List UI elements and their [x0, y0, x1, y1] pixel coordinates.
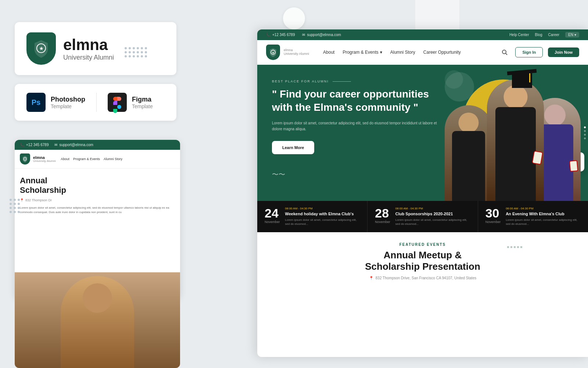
- nav-programs[interactable]: Program & Events ▾: [343, 50, 382, 55]
- mini-brand: elmna University Alumni: [33, 155, 55, 163]
- event-item-3: 30 November 08:00 AM - 04:30 PM An Eveni…: [478, 201, 588, 232]
- grad-center: [487, 79, 544, 201]
- nav-actions: Sign In Join Now: [499, 47, 579, 58]
- hero-side-dots: [584, 127, 586, 139]
- template-divider: [96, 93, 97, 112]
- phone-item: 📞 +12 345 6789: [266, 33, 295, 37]
- hero-section: 〜〜 BEST PLACE FOR ALUMNI " Find your car…: [257, 65, 588, 201]
- event-2-day: 28: [375, 207, 390, 219]
- hero-dot-4[interactable]: [584, 138, 586, 139]
- event-item-2: 28 November 08:00 AM - 04:30 PM Club Spo…: [368, 201, 478, 232]
- event-3-title: An Evening With Elmna's Club: [506, 211, 581, 216]
- blog-link[interactable]: Blog: [535, 33, 542, 37]
- event-3-desc: Lorem ipsum dolor sit amet, consectetur …: [506, 218, 581, 226]
- nav-shield-icon: ★: [266, 45, 280, 60]
- mini-content: AnnualScholarship 📍 832 Thompson Dr Lore…: [15, 169, 180, 226]
- featured-label: FEATURED EVENTS: [272, 243, 573, 247]
- logo-section: ★ elmna University Alumni: [15, 22, 176, 75]
- utility-bar-right: Help Center Blog Career EN ▾: [509, 32, 579, 38]
- nav-logo: ★ elmna University Alumni: [266, 45, 309, 60]
- mini-topbar: 📞 +12 345 6789 ✉ support@elmna.com: [15, 140, 180, 150]
- event-item-1: 24 November 08:00 AM - 04:30 PM Weekend …: [257, 201, 368, 232]
- event-1-details: 08:00 AM - 04:30 PM Weekend holiday with…: [285, 207, 360, 226]
- event-1-desc: Lorem ipsum dolor sit amet, consectetur …: [285, 218, 360, 226]
- sign-in-button[interactable]: Sign In: [515, 47, 543, 57]
- event-3-details: 08:00 AM - 04:30 PM An Evening With Elmn…: [506, 207, 581, 226]
- event-1-day: 24: [265, 207, 280, 219]
- mini-nav: elmna University Alumni About Program & …: [15, 150, 180, 169]
- figma-icon: [108, 93, 127, 112]
- main-browser: 📞 +12 345 6789 ✉ support@elmna.com Help …: [257, 29, 588, 357]
- join-now-button[interactable]: Join Now: [548, 47, 579, 57]
- search-button[interactable]: [499, 47, 510, 58]
- dots-decoration: [125, 47, 147, 57]
- career-link[interactable]: Career: [548, 33, 560, 37]
- ps-label: Photoshop: [51, 96, 85, 103]
- ps-sublabel: Template: [51, 103, 85, 109]
- main-nav: ★ elmna University Alumni About Program …: [257, 40, 588, 65]
- figma-sublabel: Template: [132, 103, 153, 109]
- event-2-desc: Lorem ipsum dolor sit amet, consectetur …: [395, 218, 470, 226]
- svg-point-5: [502, 50, 506, 54]
- utility-bar: 📞 +12 345 6789 ✉ support@elmna.com Help …: [257, 29, 588, 40]
- hero-description: Lorem ipsum dolor sit amet, consectetur …: [272, 120, 441, 132]
- nav-links: About Program & Events ▾ Alumni Story Ca…: [323, 50, 489, 55]
- utility-bar-left: 📞 +12 345 6789 ✉ support@elmna.com: [266, 33, 341, 37]
- hero-title: " Find your career opportunities with th…: [272, 88, 441, 114]
- mini-nav-links: About Program & Events Alumni Story: [61, 157, 122, 161]
- photoshop-template: Ps Photoshop Template: [26, 93, 85, 112]
- mini-logo: elmna University Alumni: [20, 153, 55, 164]
- templates-section: Ps Photoshop Template Figma Template: [15, 84, 176, 121]
- person-photo: [15, 272, 180, 368]
- email-item: ✉ support@elmna.com: [302, 33, 341, 37]
- nav-brand-text: elmna University Alumni: [284, 49, 309, 56]
- featured-address: 📍 832 Thompson Drive, San Francisco CA 9…: [272, 276, 573, 280]
- help-center-link[interactable]: Help Center: [509, 33, 529, 37]
- mini-body: Lorem ipsum dolor sit amet, consectetur …: [20, 206, 175, 215]
- wave-icon: 〜〜: [272, 170, 285, 179]
- event-1-time: 08:00 AM - 04:30 PM: [285, 207, 360, 210]
- dots-left: [10, 199, 20, 213]
- logo-text: elmna University Alumni: [63, 36, 114, 61]
- event-2-details: 08:00 AM - 04:30 PM Club Sponsorships 20…: [395, 207, 470, 226]
- left-panel: ★ elmna University Alumni Ps Photoshop T…: [15, 22, 176, 130]
- location-icon: 📍: [369, 276, 373, 280]
- featured-dots: [507, 246, 522, 248]
- deco-circle-top: [283, 7, 305, 29]
- event-3-day: 30: [485, 207, 501, 219]
- featured-section: FEATURED EVENTS Annual Meetup & Scholars…: [257, 232, 588, 287]
- nav-alumni[interactable]: Alumni Story: [390, 50, 415, 55]
- nav-about[interactable]: About: [323, 50, 334, 55]
- event-3-month: November: [485, 220, 501, 224]
- event-2-month: November: [375, 220, 390, 224]
- hero-dot-3[interactable]: [584, 134, 586, 136]
- nav-career[interactable]: Career Oppurtunity: [423, 50, 461, 55]
- person-head: [83, 283, 112, 313]
- hero-eyebrow: BEST PLACE FOR ALUMNI: [272, 79, 441, 83]
- hero-content: BEST PLACE FOR ALUMNI " Find your career…: [272, 79, 441, 154]
- grad-hat: [507, 70, 537, 82]
- event-1-month: November: [265, 220, 280, 224]
- event-1-title: Weekend holiday with Elmna Club's: [285, 211, 360, 216]
- featured-title: Annual Meetup & Scholarship Presentation: [272, 250, 573, 272]
- event-2-title: Club Sponsorships 2020-2021: [395, 211, 470, 216]
- svg-line-6: [506, 53, 507, 55]
- mini-email: ✉ support@elmna.com: [54, 143, 93, 147]
- mini-address: 📍 832 Thompson Dr: [20, 198, 175, 202]
- svg-text:★: ★: [272, 52, 275, 54]
- lang-selector[interactable]: EN ▾: [565, 32, 579, 38]
- grad-left: [445, 105, 492, 201]
- photoshop-icon: Ps: [26, 93, 46, 112]
- figma-template: Figma Template: [108, 93, 153, 112]
- mini-shield: [20, 153, 30, 164]
- logo-shield-icon: ★: [26, 32, 56, 65]
- learn-more-button[interactable]: Learn More: [272, 141, 314, 154]
- programs-dropdown-icon: ▾: [380, 50, 382, 55]
- svg-text:★: ★: [39, 46, 43, 51]
- brand-subtitle: University Alumni: [63, 54, 114, 61]
- mini-heading: AnnualScholarship: [20, 176, 175, 195]
- event-2-time: 08:00 AM - 04:30 PM: [395, 207, 470, 210]
- hero-dot-1[interactable]: [584, 127, 586, 128]
- mini-phone: 📞 +12 345 6789: [20, 143, 49, 147]
- hero-dot-2[interactable]: [584, 130, 586, 132]
